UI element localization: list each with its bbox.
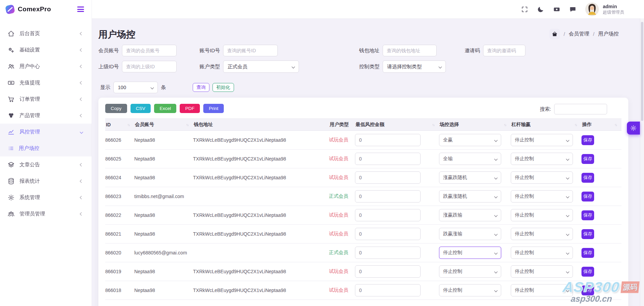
min-risk-amount-input[interactable] — [355, 190, 421, 203]
sidebar-item-article-announcement[interactable]: 文章公告 — [0, 156, 92, 173]
scene-control-select[interactable]: 停止控制 — [439, 284, 501, 296]
scene-control-select[interactable]: 涨赢跌输 — [439, 209, 501, 221]
lever-winlose-select[interactable]: 停止控制 — [511, 134, 573, 146]
row-id: 866026 — [105, 137, 134, 143]
sidebar-item-system-management[interactable]: 系统管理 — [0, 189, 92, 206]
export-copy-button[interactable]: Copy — [105, 104, 127, 113]
scene-control-select[interactable]: 全赢 — [439, 134, 501, 146]
table-row: 866020lucy6880565@gmai.com正式会员停止控制停止控制保存 — [105, 244, 621, 262]
lever-winlose-select[interactable]: 停止控制 — [511, 209, 573, 221]
column-header-id[interactable]: ID↑↓ — [105, 122, 134, 127]
export-pdf-button[interactable]: PDF — [180, 104, 200, 113]
invite-code-input[interactable] — [483, 45, 525, 56]
min-risk-amount-input[interactable] — [355, 153, 421, 165]
min-risk-amount-input[interactable] — [355, 134, 421, 146]
breadcrumb-member-management[interactable]: 会员管理 — [569, 31, 589, 37]
lever-winlose-select[interactable]: 停止控制 — [511, 284, 573, 296]
user-menu[interactable]: admin 超级管理员 — [585, 2, 625, 16]
sort-icon: ↑↓ — [615, 123, 617, 127]
cash-icon[interactable] — [553, 6, 560, 13]
column-header-account[interactable]: 会员账号↑↓ — [134, 122, 193, 128]
account-id-input[interactable] — [223, 45, 278, 56]
save-button[interactable]: 保存 — [581, 192, 594, 201]
scene-control-select[interactable]: 停止控制 — [439, 265, 501, 278]
save-button[interactable]: 保存 — [581, 267, 594, 277]
member-account-input[interactable] — [122, 45, 177, 56]
page-length-select[interactable]: 100 — [113, 82, 158, 93]
column-header-lever-winlose[interactable]: 杠杆输赢↑↓ — [511, 122, 581, 128]
gears-icon — [8, 46, 15, 54]
sidebar-item-home[interactable]: 后台首页 — [0, 25, 92, 42]
sort-icon: ↑↓ — [432, 123, 435, 127]
user-type-badge: 试玩会员 — [329, 287, 355, 293]
reset-button[interactable]: 初始化 — [213, 83, 234, 92]
lever-winlose-select[interactable]: 停止控制 — [511, 247, 573, 259]
scene-control-select[interactable]: 跌赢涨随机 — [439, 190, 501, 203]
menu-toggle-icon[interactable] — [77, 6, 84, 12]
settings-fab[interactable] — [627, 122, 640, 135]
moon-icon[interactable] — [537, 6, 544, 13]
scene-control-select[interactable]: 全输 — [439, 153, 501, 165]
fullscreen-icon[interactable] — [521, 6, 528, 13]
filter-member-account: 会员账号 — [98, 45, 177, 56]
column-header-min-risk-amount[interactable]: 最低风控金额↑↓ — [355, 122, 439, 128]
lever-winlose-select[interactable]: 停止控制 — [511, 153, 573, 165]
control-type-select[interactable]: 请选择控制类型 — [383, 60, 446, 73]
column-header-action[interactable]: 操作↑↓ — [581, 122, 621, 128]
chat-icon[interactable] — [569, 6, 576, 13]
scrollbar-thumb[interactable] — [641, 22, 643, 121]
scene-control-select[interactable]: 跌赢涨输 — [439, 228, 501, 240]
avatar[interactable] — [585, 2, 599, 16]
sidebar-item-product-management[interactable]: 产品管理 — [0, 107, 92, 124]
lever-winlose-select[interactable]: 停止控制 — [511, 171, 573, 184]
lever-winlose-select[interactable]: 停止控制 — [511, 228, 573, 240]
query-button[interactable]: 查询 — [193, 83, 209, 92]
scene-control-select[interactable]: 停止控制 — [439, 247, 501, 259]
wallet-address-input[interactable] — [383, 45, 437, 56]
lever-winlose-select[interactable]: 停止控制 — [511, 190, 573, 203]
parent-id-input[interactable] — [122, 61, 177, 72]
logo-icon — [5, 5, 15, 14]
row-id: 866022 — [105, 212, 134, 218]
sidebar-item-report-statistics[interactable]: 报表统计 — [0, 173, 92, 189]
account-type-select[interactable]: 正式会员 — [223, 60, 299, 73]
breadcrumb-home-button[interactable] — [549, 29, 560, 39]
sidebar-item-user-center[interactable]: 用户中心 — [0, 58, 92, 74]
sort-icon: ↑↓ — [575, 123, 577, 127]
export-csv-button[interactable]: CSV — [131, 104, 151, 113]
save-button[interactable]: 保存 — [581, 248, 594, 258]
save-button[interactable]: 保存 — [581, 154, 594, 164]
show-label: 显示 — [100, 84, 110, 91]
chevron-down-icon — [151, 86, 154, 89]
search-input[interactable] — [554, 104, 607, 114]
table-row: 866022Neptaa98TXRkWcLeBEuygd9HUQC2X1vLiN… — [105, 206, 621, 225]
save-button[interactable]: 保存 — [581, 229, 594, 239]
chevron-down-icon — [80, 130, 83, 134]
table-search: 搜索: — [540, 104, 607, 114]
sidebar-item-label: 风控管理 — [19, 129, 76, 135]
min-risk-amount-input[interactable] — [355, 265, 421, 278]
save-button[interactable]: 保存 — [581, 286, 594, 295]
min-risk-amount-input[interactable] — [355, 247, 421, 259]
lever-winlose-select[interactable]: 停止控制 — [511, 265, 573, 278]
sidebar-item-admin-management[interactable]: 管理员管理 — [0, 206, 92, 222]
save-button[interactable]: 保存 — [581, 173, 594, 183]
sidebar-item-risk-control[interactable]: 风控管理 — [0, 124, 92, 140]
filter-label: 账号ID号 — [197, 47, 220, 54]
min-risk-amount-input[interactable] — [355, 209, 421, 221]
save-button[interactable]: 保存 — [581, 135, 594, 145]
sidebar-item-basic-settings[interactable]: 基础设置 — [0, 42, 92, 58]
column-header-scene-control[interactable]: 场控选择↑↓ — [439, 122, 511, 128]
user-type-badge: 试玩会员 — [329, 137, 355, 143]
export-print-button[interactable]: Print — [203, 104, 224, 113]
sidebar-item-user-scene-control[interactable]: 用户场控 — [0, 140, 92, 156]
export-excel-button[interactable]: Excel — [154, 104, 176, 113]
save-button[interactable]: 保存 — [581, 210, 594, 220]
min-risk-amount-input[interactable] — [355, 284, 421, 296]
min-risk-amount-input[interactable] — [355, 171, 421, 184]
min-risk-amount-input[interactable] — [355, 228, 421, 240]
scene-control-select[interactable]: 涨赢跌随机 — [439, 171, 501, 184]
sidebar-item-recharge-withdraw[interactable]: 充值提现 — [0, 74, 92, 91]
sidebar-item-order-management[interactable]: 订单管理 — [0, 91, 92, 107]
user-name: admin — [603, 3, 625, 10]
